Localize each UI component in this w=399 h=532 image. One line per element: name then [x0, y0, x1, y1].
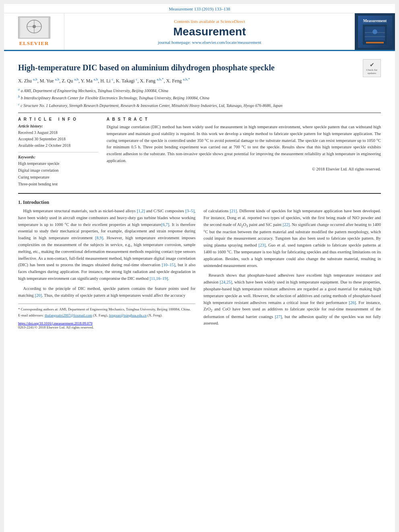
intro-paragraph-1: High temperature structural materials, s… [18, 208, 195, 282]
intro-col-left: High temperature structural materials, s… [18, 208, 195, 330]
intro-heading: 1. Introduction [18, 199, 381, 205]
footnote-email: E-mail addresses: thufangxufei2007@foxma… [18, 312, 195, 318]
header-divider [18, 113, 381, 113]
paper-title: High-temperature DIC based on aluminium … [18, 62, 359, 73]
copyright-notice: © 2018 Elsevier Ltd. All rights reserved… [107, 166, 381, 173]
intro-paragraph-4: Research shows that phosphate-based adhe… [204, 272, 381, 327]
article-history-label: Article history: [18, 124, 99, 128]
abstract-heading: A B S T R A C T [107, 117, 381, 121]
main-divider [18, 193, 381, 194]
journal-cover-image: Measurement [358, 16, 392, 48]
keyword-3: Curing temperature [18, 175, 49, 179]
journal-cover: Measurement [355, 13, 395, 50]
science-direct-link: Contents lists available at ScienceDirec… [174, 19, 245, 24]
issn-line: 0263-2241/© 2018 Elsevier Ltd. All right… [18, 325, 195, 329]
keywords-list: High temperature speckle Digital image c… [18, 160, 99, 187]
journal-header-center: Contents lists available at ScienceDirec… [64, 13, 355, 50]
svg-point-4 [33, 25, 36, 28]
elsevier-logo: ELSEVIER [18, 16, 50, 47]
journal-header: ELSEVIER Contents lists available at Sci… [4, 13, 395, 51]
elsevier-branding: ELSEVIER [4, 13, 64, 50]
keyword-2: Digital image correlation [18, 168, 59, 173]
elsevier-wordmark: ELSEVIER [19, 40, 49, 47]
journal-title: Measurement [173, 25, 246, 38]
journal-citation-line: Measurement 133 (2019) 133–138 [4, 4, 395, 13]
paper-content: High-temperature DIC based on aluminium … [4, 51, 395, 338]
article-info-heading: A R T I C L E I N F O [18, 117, 99, 121]
abstract-text: Digital image correlation (DIC) method h… [107, 124, 381, 173]
keywords-label: Keywords: [18, 155, 99, 159]
svg-point-9 [372, 29, 377, 34]
page: Measurement 133 (2019) 133–138 ELSEVIER [4, 4, 395, 532]
info-divider [18, 152, 99, 152]
journal-homepage-url: journal homepage: www.elsevier.com/locat… [158, 40, 261, 45]
elsevier-logo-image [18, 16, 50, 39]
keyword-1: High temperature speckle [18, 161, 60, 166]
intro-paragraph-2: According to the principle of DIC method… [18, 286, 195, 299]
keyword-4: Three-point bending test [18, 182, 58, 186]
affiliation-c: c c Structure No. 1 Laboratory, Strength… [18, 102, 381, 109]
authors-line: X. Zhu a,b, M. Yue a,b, Z. Qu a,b, Y. Ma… [18, 77, 381, 84]
check-updates-badge: ✔ Check for updates [363, 59, 381, 77]
article-history-dates: Received 3 August 2018 Accepted 30 Septe… [18, 129, 99, 149]
affiliation-a: a a AMI, Department of Engineering Mecha… [18, 87, 381, 94]
footnote-email2-link[interactable]: fengxue@tsinghua.edu.cn [109, 313, 147, 317]
footnote-corresponding: * Corresponding authors at: AMI, Departm… [18, 306, 195, 312]
abstract-column: A B S T R A C T Digital image correlatio… [107, 117, 381, 187]
intro-col-right: of calculations [21]. Different kinds of… [204, 208, 381, 330]
affiliation-b: b b Interdisciplinary Research Center fo… [18, 94, 381, 101]
intro-body: High temperature structural materials, s… [18, 208, 381, 330]
journal-citation-text: Measurement 133 (2019) 133–138 [169, 6, 230, 11]
intro-paragraph-3: of calculations [21]. Different kinds of… [204, 208, 381, 269]
article-info-column: A R T I C L E I N F O Article history: R… [18, 117, 99, 187]
footnote-email1-link[interactable]: thufangxufei2007@foxmail.com [45, 313, 92, 317]
footnote-section: * Corresponding authors at: AMI, Departm… [18, 304, 195, 329]
doi-line[interactable]: https://doi.org/10.1016/j.measurement.20… [18, 321, 195, 325]
info-abstract-section: A R T I C L E I N F O Article history: R… [18, 117, 381, 187]
svg-rect-10 [366, 42, 384, 43]
